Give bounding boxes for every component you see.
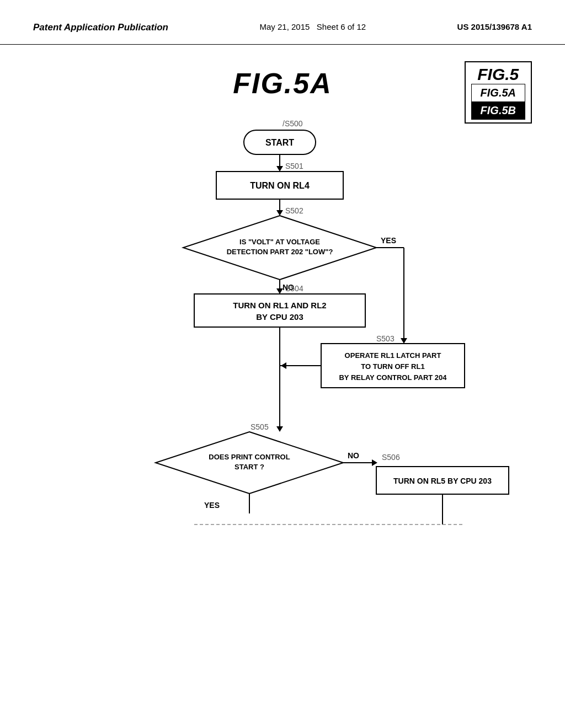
arrow-s503-left-head — [281, 362, 286, 369]
arrow-s505-no-head — [372, 459, 377, 466]
yes-label-s505: YES — [204, 501, 220, 510]
node-S506: TURN ON RL5 BY CPU 203 — [376, 467, 509, 494]
s502-text2: DETECTION PART 202 "LOW"? — [227, 248, 333, 256]
header: Patent Application Publication May 21, 2… — [0, 0, 565, 45]
node-S502: IS "VOLT" AT VOLTAGE DETECTION PART 202 … — [183, 216, 376, 280]
page: Patent Application Publication May 21, 2… — [0, 0, 565, 728]
step-s501-label: S501 — [285, 162, 303, 170]
header-center: May 21, 2015 Sheet 6 of 12 — [259, 22, 366, 31]
fig-5a-label: FIG.5A — [472, 84, 525, 102]
fig-5b-label: FIG.5B — [472, 102, 525, 119]
node-S500: /S500 START — [244, 119, 316, 154]
svg-rect-4 — [194, 294, 365, 327]
s504-text2: BY CPU 203 — [256, 312, 303, 322]
patent-number: US 2015/139678 A1 — [457, 22, 532, 31]
step-s502-label: S502 — [285, 206, 303, 215]
s502-text1: IS "VOLT" AT VOLTAGE — [239, 238, 320, 246]
date-sheet: May 21, 2015 Sheet 6 of 12 — [259, 22, 366, 31]
flowchart-container: /S500 START S501 TURN ON RL4 — [33, 105, 532, 635]
s503-text1: OPERATE RL1 LATCH PART — [345, 351, 441, 360]
arrow-s502-yes-head — [401, 338, 407, 344]
main-content: FIG.5A FIG.5 FIG.5A FIG.5B /S500 START — [0, 45, 565, 646]
node-S505: DOES PRINT CONTROL START ? — [156, 432, 343, 494]
s505-text1: DOES PRINT CONTROL — [209, 453, 290, 461]
s504-text1: TURN ON RL1 AND RL2 — [233, 301, 326, 310]
s503-text3: BY RELAY CONTROL PART 204 — [339, 373, 447, 382]
node-S501: TURN ON RL4 — [216, 172, 343, 199]
fig-index-title: FIG.5 — [471, 65, 525, 84]
node-S504: TURN ON RL1 AND RL2 BY CPU 203 — [194, 294, 365, 327]
s506-text: TURN ON RL5 BY CPU 203 — [393, 477, 492, 485]
s503-text2: TO TURN OFF RL1 — [361, 362, 424, 371]
arrow-head-s502 — [276, 210, 283, 216]
step-s504-label: S504 — [285, 284, 303, 293]
step-s505-label: S505 — [250, 422, 269, 431]
s501-text: TURN ON RL4 — [250, 181, 310, 190]
arrow-s500-s501-head — [276, 166, 283, 172]
flowchart-svg: /S500 START S501 TURN ON RL4 — [111, 105, 454, 635]
start-label: START — [265, 138, 294, 147]
step-s503-label: S503 — [376, 334, 395, 343]
fig-index: FIG.5 FIG.5A FIG.5B — [465, 61, 532, 124]
s505-text2: START ? — [234, 463, 264, 471]
patent-label: Patent Application Publication — [33, 22, 168, 33]
fig-title: FIG.5A — [33, 67, 532, 100]
step-s506-label: S506 — [382, 453, 400, 462]
no-label-s505: NO — [348, 451, 359, 460]
yes-label-s502: YES — [381, 236, 396, 245]
svg-text:/S500: /S500 — [282, 119, 303, 128]
node-S503: OPERATE RL1 LATCH PART TO TURN OFF RL1 B… — [321, 344, 465, 388]
